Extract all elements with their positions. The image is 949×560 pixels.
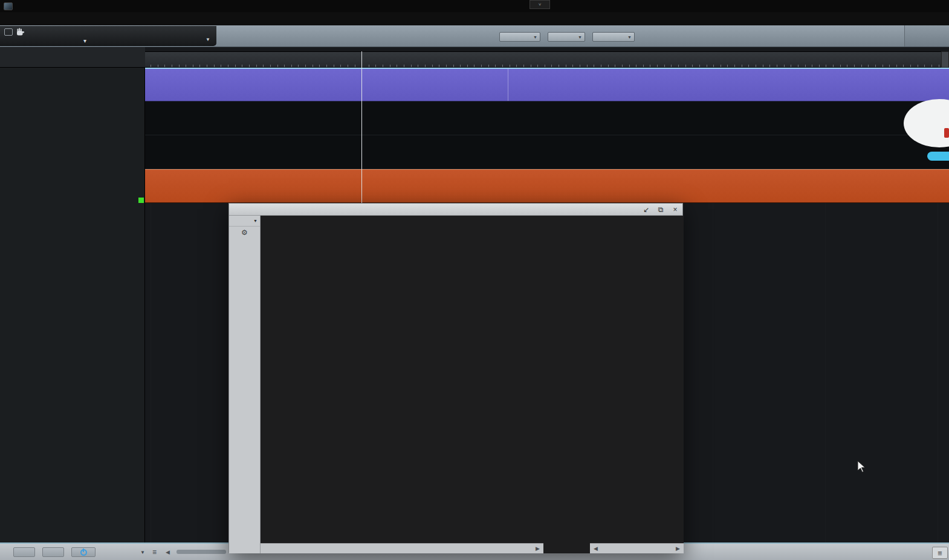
console-pin-icon[interactable]: ↙ xyxy=(639,205,653,214)
menu-bar xyxy=(0,12,949,25)
chevron-down-icon: ▼ xyxy=(578,35,582,39)
global-mute-button[interactable] xyxy=(13,547,35,557)
app-icon xyxy=(4,2,13,10)
main-toolbar: ▾ ▼ ▼ ▼ ▼ xyxy=(0,25,949,47)
scroll-right-icon[interactable]: ▶ xyxy=(676,546,680,552)
audio-clip-accompaniment[interactable] xyxy=(145,68,949,101)
statusbar-scrollbar[interactable] xyxy=(177,550,226,554)
scroll-left-icon[interactable]: ◀ xyxy=(166,549,170,555)
console-sidebar: ▼ ⚙ xyxy=(229,216,261,553)
ruler-corner-box[interactable] xyxy=(941,51,949,68)
toolbar-right: ▼ ▼ ▼ xyxy=(490,25,642,47)
console-body: ▼ ⚙ ▶ ◀▶ xyxy=(229,216,684,553)
wrench-icon[interactable]: ⚙ xyxy=(229,227,260,239)
track-lane-2[interactable] xyxy=(145,101,949,135)
playhead[interactable] xyxy=(361,51,362,203)
tempo-value[interactable]: ▾ xyxy=(83,37,86,44)
session-info-box[interactable]: ▾ ▼ xyxy=(0,26,216,46)
quantize-group: ▼ xyxy=(499,30,540,42)
console-io-selector[interactable]: ▼ xyxy=(229,216,260,227)
console-title-bar[interactable]: ↙ ⧉ × xyxy=(229,204,682,216)
panel-resize-indicator xyxy=(138,198,144,203)
track-lane-3[interactable] xyxy=(145,135,949,169)
quantize-dropdown[interactable]: ▼ xyxy=(499,32,540,42)
snap-group: ▼ xyxy=(592,30,635,42)
statusbar-menu-icon[interactable]: ≡ xyxy=(152,548,157,556)
console-close-icon[interactable]: × xyxy=(668,205,682,214)
auto-badge xyxy=(4,28,13,36)
track-panel-toolbar xyxy=(0,47,145,68)
scroll-left-icon[interactable]: ◀ xyxy=(594,546,598,552)
mains-scrollbar[interactable]: ◀▶ xyxy=(590,543,684,553)
overlay-balloon-mark xyxy=(944,128,949,138)
global-power-button[interactable] xyxy=(71,547,96,557)
timebase-dropdown[interactable]: ▼ xyxy=(548,32,585,42)
channels-scrollbar[interactable]: ▶ xyxy=(261,543,543,553)
start-page-tab[interactable] xyxy=(904,25,949,47)
statusbar-right-button[interactable]: ≣ xyxy=(932,547,948,559)
chevron-down-icon: ▼ xyxy=(533,35,537,39)
preset-dropdown-icon[interactable]: ▼ xyxy=(140,550,145,555)
overlay-blue-pill xyxy=(927,152,949,161)
chevron-down-icon: ▼ xyxy=(627,35,632,39)
timeline-ruler[interactable] xyxy=(145,51,949,68)
console-window: ↙ ⧉ × ▼ ⚙ ▶ ◀▶ xyxy=(228,203,683,553)
snap-dropdown[interactable]: ▼ xyxy=(592,32,635,42)
titlebar-chevron-button[interactable]: ˅ xyxy=(530,0,550,9)
clip-boundary xyxy=(508,69,508,101)
timebase-group: ▼ xyxy=(548,30,585,42)
studio-one-window: ˅ ▾ ▼ ▼ ▼ xyxy=(0,0,949,560)
hand-tool-icon xyxy=(16,28,25,39)
console-detach-icon[interactable]: ⧉ xyxy=(653,205,668,214)
track-panel xyxy=(0,47,145,542)
title-bar: ˅ xyxy=(0,0,949,12)
channel-strips xyxy=(261,216,543,543)
audio-clip-electronic[interactable] xyxy=(145,169,949,203)
session-chevron-icon[interactable]: ▼ xyxy=(206,37,210,42)
scroll-right-icon[interactable]: ▶ xyxy=(536,546,540,552)
global-solo-button[interactable] xyxy=(42,547,64,557)
main-output-strips xyxy=(590,216,684,543)
